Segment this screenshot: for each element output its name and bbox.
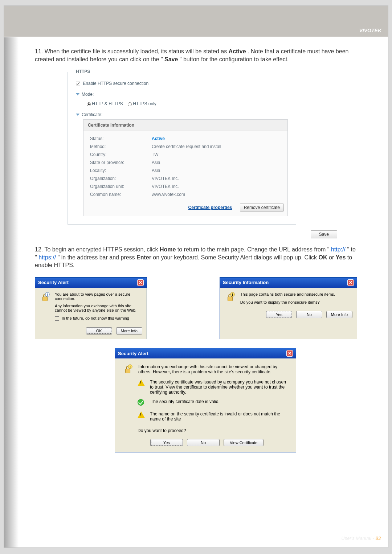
enter-word: Enter xyxy=(136,254,151,260)
footer: User's Manual - 83 xyxy=(341,535,381,541)
dlg2-l2: Do you want to display the nonsecure ite… xyxy=(240,300,335,304)
dlg3-i3: The name on the security certificate is … xyxy=(150,411,289,422)
warning-icon xyxy=(138,379,145,387)
dlg1-ok-button[interactable]: OK xyxy=(86,327,112,335)
svg-rect-0 xyxy=(42,297,47,301)
enable-checkbox[interactable] xyxy=(76,82,80,86)
dlg3-i1: The security certificate was issued by a… xyxy=(150,379,289,395)
cert-head[interactable]: Certificate: xyxy=(76,112,102,117)
cert-cn-label: Common name: xyxy=(90,192,152,197)
radio-http-https[interactable] xyxy=(87,102,91,106)
https-link: https:// xyxy=(38,254,56,260)
p1-prefix: 11. When the certifice file is successfu… xyxy=(35,48,229,54)
remove-cert-button[interactable]: Remove certificate xyxy=(240,204,284,212)
p1-suffix: " button for the configuration to take e… xyxy=(180,56,289,62)
svg-text:!: ! xyxy=(232,293,233,296)
save-word: Save xyxy=(164,56,178,62)
footer-label: User's Manual - xyxy=(341,535,375,541)
dlg3-title: Security Alert xyxy=(118,351,148,356)
cert-info-box: Certificate information Status: Active M… xyxy=(83,119,288,216)
lock-warn-icon: ! xyxy=(224,292,236,303)
step-12-text: 12. To begin an encrypted HTTPS session,… xyxy=(35,246,357,269)
https-panel: HTTPS Enable HTTPS secure connection Mod… xyxy=(68,72,296,225)
dlg2-no-button[interactable]: No xyxy=(296,311,322,318)
radio-https-only-label: HTTPS only xyxy=(133,101,156,106)
dlg3-no-button[interactable]: No xyxy=(187,439,220,446)
header-bar: VIVOTEK xyxy=(4,6,388,37)
p2-a: 12. To begin an encrypted HTTPS session,… xyxy=(35,246,160,253)
cert-state-value: Asia xyxy=(152,160,281,165)
save-button[interactable]: Save xyxy=(311,230,337,238)
dlg2-yes-button[interactable]: Yes xyxy=(266,311,292,318)
p2-b: to return to the main page. Change the U… xyxy=(177,246,330,253)
cert-org-label: Organization: xyxy=(90,176,152,181)
enable-row[interactable]: Enable HTTPS secure connection xyxy=(76,81,288,86)
security-alert-cert-dialog: Security Alert ✕ ! Information you excha… xyxy=(115,348,296,452)
dlg1-checkbox[interactable] xyxy=(55,316,59,321)
dlg3-intro: Information you exchange with this site … xyxy=(138,364,289,374)
cert-method-label: Method: xyxy=(90,144,152,149)
mode-label: Mode: xyxy=(82,92,94,97)
security-alert-dialog: Security Alert ✕ i You are about to view… xyxy=(35,277,147,339)
cert-country-value: TW xyxy=(152,152,281,157)
dlg2-title: Security Information xyxy=(223,280,269,285)
dlg3-question: Do you want to proceed? xyxy=(138,428,289,433)
dlg1-cb-label: In the future, do not show this warning xyxy=(62,316,129,320)
dlg3-viewcert-button[interactable]: View Certificate xyxy=(224,439,264,446)
yes-word: Yes xyxy=(336,254,346,260)
svg-rect-3 xyxy=(228,297,232,301)
lock-warn-icon: ! xyxy=(122,364,133,375)
dlg1-moreinfo-button[interactable]: More Info xyxy=(116,327,142,335)
active-word: Active xyxy=(229,48,246,54)
security-info-dialog: Security Information ✕ ! This page conta… xyxy=(220,277,357,339)
footer-page: 83 xyxy=(376,535,381,541)
https-legend: HTTPS xyxy=(74,69,91,74)
check-icon xyxy=(138,399,146,407)
cert-orgunit-label: Organization unit: xyxy=(90,184,152,189)
chevron-down-icon xyxy=(76,93,79,95)
svg-text:!: ! xyxy=(130,365,131,369)
cert-cn-value: www.vivotek.com xyxy=(152,192,281,197)
p2-e: on your keyboard. Some Security Alert di… xyxy=(153,254,318,260)
dlg2-l1: This page contains both secure and nonse… xyxy=(240,292,335,296)
step-11-text: 11. When the certifice file is successfu… xyxy=(35,48,357,63)
left-shadow xyxy=(4,37,19,547)
cert-locality-label: Locality: xyxy=(90,168,152,173)
home-word: Home xyxy=(160,246,176,253)
svg-text:i: i xyxy=(47,293,48,296)
p2-d: " in the address bar and press xyxy=(58,254,136,260)
dlg1-title: Security Alert xyxy=(38,280,69,285)
dlg1-l2: Any information you exchange with this s… xyxy=(55,304,142,312)
dlg2-moreinfo-button[interactable]: More Info xyxy=(326,311,352,318)
cert-orgunit-value: VIVOTEK Inc. xyxy=(152,184,281,189)
cert-state-label: State or province: xyxy=(90,160,152,165)
close-icon[interactable]: ✕ xyxy=(347,279,354,286)
close-icon[interactable]: ✕ xyxy=(137,279,144,286)
dlg3-i2: The security certificate date is valid. xyxy=(151,399,220,404)
dlg1-l1: You are about to view pages over a secur… xyxy=(55,292,142,301)
brand-label: VIVOTEK xyxy=(359,28,381,33)
chevron-down-icon xyxy=(76,114,79,116)
cert-country-label: Country: xyxy=(90,152,152,157)
svg-rect-6 xyxy=(125,369,130,373)
p2-f: or xyxy=(329,254,336,260)
close-icon[interactable]: ✕ xyxy=(286,350,293,357)
dlg3-yes-button[interactable]: Yes xyxy=(150,439,183,446)
cert-status-label: Status: xyxy=(90,136,152,141)
cert-properties-link[interactable]: Certificate properties xyxy=(188,205,232,210)
cert-box-head: Certificate information xyxy=(83,120,287,131)
warning-icon xyxy=(138,411,145,419)
http-link: http:// xyxy=(331,246,346,253)
enable-label: Enable HTTPS secure connection xyxy=(83,81,148,86)
cert-label: Certificate: xyxy=(82,112,102,117)
cert-locality-value: Asia xyxy=(152,168,281,173)
lock-info-icon: i xyxy=(40,292,50,303)
ok-word: OK xyxy=(319,254,327,260)
radio-https-only[interactable] xyxy=(128,102,132,106)
radio-http-https-label: HTTP & HTTPS xyxy=(92,101,123,106)
mode-head[interactable]: Mode: xyxy=(76,92,94,97)
cert-method-value: Create certificate request and install xyxy=(152,144,281,149)
cert-status-value: Active xyxy=(152,136,281,141)
cert-org-value: VIVOTEK Inc. xyxy=(152,176,281,181)
